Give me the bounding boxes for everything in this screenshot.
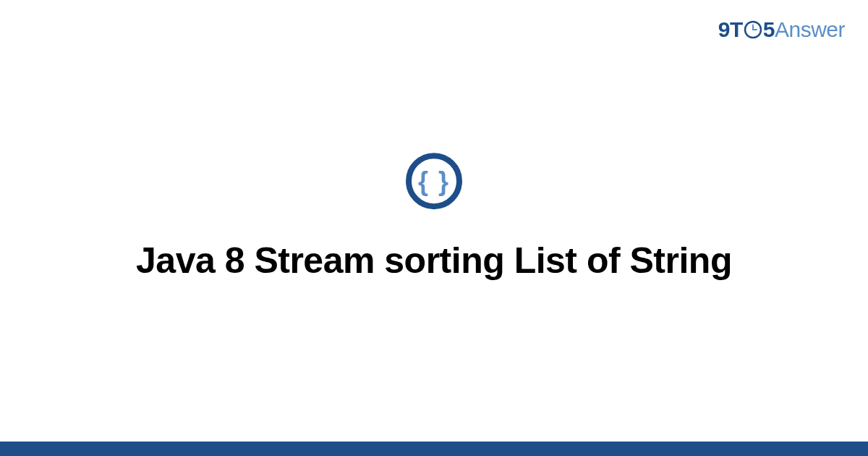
logo-text-5: 5 [763,17,775,42]
logo-text-answer: Answer [775,17,845,42]
page-title: Java 8 Stream sorting List of String [136,238,732,284]
logo-text-9t: 9T [718,17,743,42]
code-braces-icon: { } [404,151,464,211]
svg-text:{ }: { } [418,166,450,196]
clock-icon [744,20,762,39]
main-content: { } Java 8 Stream sorting List of String [0,151,868,284]
footer-bar [0,442,868,456]
site-logo[interactable]: 9T 5 Answer [718,17,845,42]
